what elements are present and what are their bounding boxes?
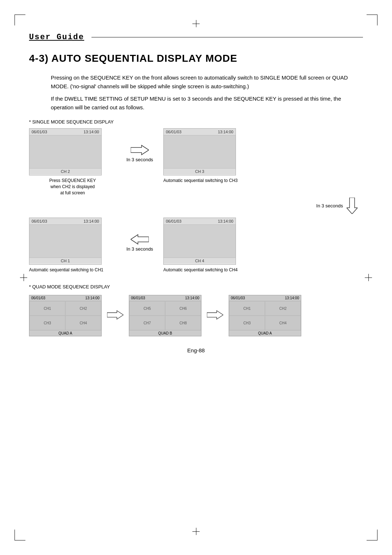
corner-mark-tr xyxy=(367,15,377,15)
ch3-screen: 06/01/03 13:14:00 CH 3 xyxy=(163,128,236,175)
quad-a2-cell-1: CH1 xyxy=(229,301,265,316)
ch3-screen-footer: CH 3 xyxy=(164,168,236,174)
ch3-date: 06/01/03 xyxy=(166,130,181,134)
quad-arrow-2 xyxy=(207,310,223,321)
ch2-screen-footer: CH 2 xyxy=(29,168,101,174)
down-arrow-row: In 3 seconds xyxy=(29,198,363,214)
ch4-block: 06/01/03 13:14:00 CH 4 Automatic sequent… xyxy=(163,218,238,273)
quad-a2-cell-2: CH2 xyxy=(265,301,301,316)
left-arrow-area: In 3 seconds xyxy=(116,218,163,252)
ch2-screen: 06/01/03 13:14:00 CH 2 xyxy=(29,128,102,175)
quad-a2-cell-4: CH4 xyxy=(265,316,301,330)
svg-marker-4 xyxy=(207,311,223,319)
corner-mark-tr-v xyxy=(377,15,377,25)
crosshair-left xyxy=(20,274,27,281)
right-arrow-area-1: In 3 seconds xyxy=(116,128,163,162)
quad-b-cell-3: CH7 xyxy=(129,316,165,330)
section-title: AUTO SEQUENTIAL DISPLAY MODE xyxy=(52,53,237,64)
corner-mark-bl xyxy=(15,540,25,540)
quad-a2-time: 13:14:00 xyxy=(285,296,299,300)
body-para2: If the DWELL TIME SETTING of SETUP MENU … xyxy=(51,94,363,112)
ch2-block: 06/01/03 13:14:00 CH 2 Press SEQUENCE KE… xyxy=(29,128,116,196)
quad-a1-cell-3: CH3 xyxy=(29,316,65,330)
ch1-time: 13:14:00 xyxy=(83,219,99,223)
ch3-block: 06/01/03 13:14:00 CH 3 Automatic sequent… xyxy=(163,128,238,184)
quad-a2-date: 06/01/03 xyxy=(231,296,245,300)
quad-arrow-right-icon-1 xyxy=(107,310,123,320)
page-number: Eng-88 xyxy=(29,347,363,353)
quad-a2-header: 06/01/03 13:14:00 xyxy=(229,295,301,301)
ch2-screen-header: 06/01/03 13:14:00 xyxy=(29,129,101,135)
ch1-screen-body xyxy=(29,225,101,258)
svg-marker-1 xyxy=(347,198,358,214)
quad-arrow-1 xyxy=(107,310,123,321)
in-3-seconds-label-3: In 3 seconds xyxy=(126,246,153,252)
quad-a1-cell-2: CH2 xyxy=(65,301,101,316)
crosshair-top xyxy=(192,20,200,27)
quad-b-screen: 06/01/03 13:14:00 CH5 CH6 CH7 CH8 QUAD B xyxy=(129,295,201,336)
quad-b-cell-1: CH5 xyxy=(129,301,165,316)
ch1-date: 06/01/03 xyxy=(32,219,47,223)
in-3-seconds-label-1: In 3 seconds xyxy=(126,157,153,162)
ch4-screen-footer: CH 4 xyxy=(164,258,236,264)
ch4-screen-header: 06/01/03 13:14:00 xyxy=(164,218,236,225)
arrow-down-icon xyxy=(347,198,358,214)
single-mode-diagram: 06/01/03 13:14:00 CH 2 Press SEQUENCE KE… xyxy=(29,128,363,273)
ch4-screen: 06/01/03 13:14:00 CH 4 xyxy=(163,218,236,265)
ch4-screen-body xyxy=(164,225,236,258)
svg-marker-2 xyxy=(131,235,149,244)
ch2-caption: Press SEQUENCE KEY when CH2 is displayed… xyxy=(29,178,116,196)
ch3-screen-header: 06/01/03 13:14:00 xyxy=(164,129,236,135)
section-number: 4-3) xyxy=(29,53,49,64)
crosshair-right xyxy=(365,274,372,281)
quad-a2-screen: 06/01/03 13:14:00 CH1 CH2 CH3 CH4 QUAD A xyxy=(229,295,301,336)
corner-mark-br xyxy=(367,540,377,540)
single-mode-label: * SINGLE MODE SEQUENCE DISPLAY xyxy=(29,119,363,125)
quad-a1-time: 13:14:00 xyxy=(85,296,99,300)
quad-a1-footer: QUAD A xyxy=(29,330,101,336)
quad-b-grid: CH5 CH6 CH7 CH8 xyxy=(129,301,201,330)
arrow-left-icon xyxy=(131,234,149,245)
body-para1: Pressing on the SEQUENCE KEY on the fron… xyxy=(51,73,363,91)
ch1-caption: Automatic sequential switching to CH1 xyxy=(29,267,116,273)
quad-b-cell-4: CH8 xyxy=(165,316,201,330)
quad-a1-grid: CH1 CH2 CH3 CH4 xyxy=(29,301,101,330)
quad-mode-diagram: 06/01/03 13:14:00 CH1 CH2 CH3 CH4 QUAD A… xyxy=(29,295,363,336)
quad-arrow-right-icon-2 xyxy=(207,310,223,320)
corner-mark-br-v xyxy=(377,530,377,540)
quad-a1-cell-4: CH4 xyxy=(65,316,101,330)
arrow-right-icon-1 xyxy=(131,145,149,155)
user-guide-header: User Guide xyxy=(29,33,363,42)
ch3-time: 13:14:00 xyxy=(218,130,233,134)
quad-a1-header: 06/01/03 13:14:00 xyxy=(29,295,101,301)
ch4-time: 13:14:00 xyxy=(218,219,233,223)
quad-a1-screen: 06/01/03 13:14:00 CH1 CH2 CH3 CH4 QUAD A xyxy=(29,295,102,336)
user-guide-title: User Guide xyxy=(29,33,84,42)
in-3-seconds-label-2: In 3 seconds xyxy=(316,203,343,208)
quad-mode-label: * QUAD MODE SEQUENCE DISPLAY xyxy=(29,284,363,289)
corner-mark-tl-v xyxy=(15,15,15,25)
ch1-screen-footer: CH 1 xyxy=(29,258,101,264)
quad-b-cell-2: CH6 xyxy=(165,301,201,316)
quad-b-header: 06/01/03 13:14:00 xyxy=(129,295,201,301)
quad-a1-cell-1: CH1 xyxy=(29,301,65,316)
ch1-screen: 06/01/03 13:14:00 CH 1 xyxy=(29,218,102,265)
crosshair-bottom xyxy=(192,528,200,535)
quad-a1-date: 06/01/03 xyxy=(31,296,45,300)
ch1-screen-header: 06/01/03 13:14:00 xyxy=(29,218,101,225)
ch3-screen-body xyxy=(164,135,236,168)
ch4-caption: Automatic sequential switching to CH4 xyxy=(163,267,238,273)
corner-mark-tl xyxy=(15,15,25,15)
ch2-screen-body xyxy=(29,135,101,168)
quad-b-time: 13:14:00 xyxy=(185,296,199,300)
quad-a2-cell-3: CH3 xyxy=(229,316,265,330)
ch3-caption: Automatic sequential switching to CH3 xyxy=(163,178,238,184)
header-line xyxy=(91,37,363,37)
svg-marker-0 xyxy=(131,145,149,155)
quad-a2-footer: QUAD A xyxy=(229,330,301,336)
corner-mark-bl-v xyxy=(15,530,15,540)
section-heading: 4-3) AUTO SEQUENTIAL DISPLAY MODE xyxy=(29,53,363,64)
svg-marker-3 xyxy=(107,311,123,319)
ch2-date: 06/01/03 xyxy=(32,130,47,134)
ch1-block: 06/01/03 13:14:00 CH 1 Automatic sequent… xyxy=(29,218,116,273)
